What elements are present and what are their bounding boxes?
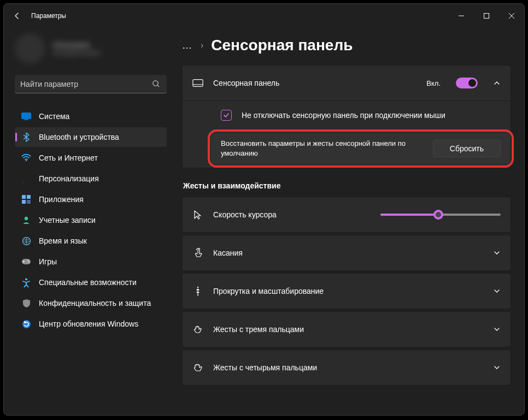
clock-globe-icon — [21, 236, 31, 246]
accessibility-icon — [21, 277, 31, 287]
close-button[interactable] — [499, 4, 524, 28]
svg-line-3 — [157, 85, 159, 87]
svg-rect-18 — [193, 80, 203, 87]
svg-point-15 — [28, 262, 30, 263]
sidebar-item-label: Система — [39, 112, 69, 121]
chevron-down-icon — [493, 287, 501, 295]
reset-highlight: Восстановить параметры и жесты сенсорной… — [208, 129, 514, 168]
main-content: … › Сенсорная панель Сенсорная панель Вк… — [173, 28, 524, 415]
minimize-button[interactable] — [449, 4, 474, 28]
touchpad-row[interactable]: Сенсорная панель Вкл. — [183, 66, 511, 100]
cursor-speed-card[interactable]: Скорость курсора — [182, 197, 511, 233]
svg-point-16 — [25, 278, 27, 280]
sidebar-item-accessibility[interactable]: Специальные возможности — [15, 273, 167, 292]
sidebar-item-label: Специальные возможности — [39, 278, 137, 287]
cursor-speed-label: Скорость курсора — [213, 210, 371, 219]
sidebar-item-bluetooth[interactable]: Bluetooth и устройства — [15, 127, 167, 147]
person-icon — [21, 215, 31, 225]
back-button[interactable] — [11, 10, 22, 21]
maximize-button[interactable] — [474, 4, 499, 28]
chevron-down-icon — [493, 364, 501, 371]
sidebar-item-label: Время и язык — [39, 236, 87, 245]
sidebar-item-label: Конфиденциальность и защита — [39, 299, 151, 307]
cursor-speed-slider[interactable] — [380, 209, 501, 220]
toggle-state-label: Вкл. — [426, 79, 441, 87]
search-input[interactable] — [20, 80, 150, 88]
cursor-icon — [192, 209, 203, 220]
keep-on-mouse-row[interactable]: Не отключать сенсорную панель при подклю… — [211, 101, 511, 129]
svg-point-14 — [27, 260, 28, 261]
svg-point-17 — [22, 320, 31, 328]
svg-rect-4 — [22, 113, 31, 119]
touchpad-icon — [192, 78, 203, 88]
settings-window: Параметры Username email@example — [3, 3, 525, 416]
sidebar-item-accounts[interactable]: Учетные записи — [15, 210, 167, 230]
four-finger-label: Жесты с четырьмя пальцами — [213, 363, 483, 372]
chevron-down-icon — [493, 326, 501, 333]
sidebar-item-apps[interactable]: Приложения — [15, 190, 167, 209]
svg-rect-7 — [22, 195, 26, 199]
keep-on-mouse-checkbox[interactable] — [221, 110, 232, 121]
sidebar-item-time[interactable]: Время и язык — [15, 231, 167, 251]
scroll-zoom-label: Прокрутка и масштабирование — [213, 287, 483, 295]
search-icon — [150, 79, 161, 90]
scroll-zoom-card[interactable]: Прокрутка и масштабирование — [182, 273, 511, 309]
sidebar-item-update[interactable]: Центр обновления Windows — [15, 314, 167, 334]
sidebar-item-gaming[interactable]: Игры — [15, 252, 167, 271]
touchpad-sub: Не отключать сенсорную панель при подклю… — [183, 100, 511, 168]
sidebar-item-label: Игры — [39, 257, 57, 266]
svg-rect-1 — [484, 14, 489, 19]
breadcrumb-parent[interactable]: … — [182, 40, 193, 51]
window-title: Параметры — [31, 12, 66, 20]
account-header[interactable]: Username email@example — [15, 32, 167, 65]
sidebar-item-label: Сеть и Интернет — [39, 153, 98, 162]
svg-rect-10 — [27, 200, 31, 204]
four-finger-card[interactable]: Жесты с четырьмя пальцами — [182, 350, 511, 386]
svg-rect-8 — [27, 195, 31, 199]
svg-point-21 — [197, 294, 198, 295]
scroll-icon — [192, 286, 203, 297]
titlebar: Параметры — [4, 4, 524, 28]
sidebar-item-privacy[interactable]: Конфиденциальность и защита — [15, 293, 167, 313]
hand-icon — [192, 324, 203, 335]
sidebar-item-system[interactable]: Система — [15, 107, 167, 126]
svg-rect-5 — [24, 119, 28, 120]
tap-icon — [192, 247, 203, 258]
chevron-down-icon — [493, 249, 501, 257]
account-name: Username — [53, 40, 100, 49]
three-finger-label: Жесты с тремя пальцами — [213, 325, 483, 334]
touchpad-toggle[interactable] — [456, 78, 478, 88]
bluetooth-icon — [21, 132, 31, 142]
sidebar-item-label: Bluetooth и устройства — [39, 133, 119, 141]
search-box[interactable] — [15, 75, 167, 93]
svg-rect-9 — [22, 200, 26, 204]
sidebar-item-personalization[interactable]: Персонализация — [15, 169, 167, 188]
reset-button[interactable]: Сбросить — [433, 140, 501, 157]
sidebar-item-label: Учетные записи — [39, 216, 96, 224]
three-finger-card[interactable]: Жесты с тремя пальцами — [182, 311, 511, 347]
breadcrumb: … › Сенсорная панель — [182, 37, 511, 54]
avatar — [15, 33, 45, 64]
gestures-heading: Жесты и взаимодействие — [183, 181, 511, 190]
taps-label: Касания — [213, 249, 483, 257]
taps-card[interactable]: Касания — [182, 235, 511, 271]
sidebar: Username email@example Система Bluetooth… — [4, 28, 173, 415]
sidebar-item-label: Приложения — [39, 195, 84, 204]
svg-point-2 — [152, 81, 157, 86]
nav: Система Bluetooth и устройства Сеть и Ин… — [15, 107, 167, 334]
wifi-icon — [21, 153, 31, 163]
keep-on-mouse-label: Не отключать сенсорную панель при подклю… — [242, 111, 445, 120]
sidebar-item-label: Персонализация — [39, 174, 99, 183]
account-email: email@example — [53, 49, 100, 57]
gamepad-icon — [21, 257, 31, 267]
page-title: Сенсорная панель — [211, 37, 353, 54]
touchpad-card: Сенсорная панель Вкл. Не отключать сенсо… — [182, 65, 511, 168]
shield-icon — [21, 298, 31, 308]
hand-icon — [192, 362, 203, 373]
apps-icon — [21, 194, 31, 204]
sidebar-item-label: Центр обновления Windows — [39, 320, 138, 328]
update-icon — [21, 319, 31, 329]
svg-point-6 — [26, 160, 27, 161]
sidebar-item-network[interactable]: Сеть и Интернет — [15, 148, 167, 168]
chevron-up-icon — [493, 79, 501, 87]
